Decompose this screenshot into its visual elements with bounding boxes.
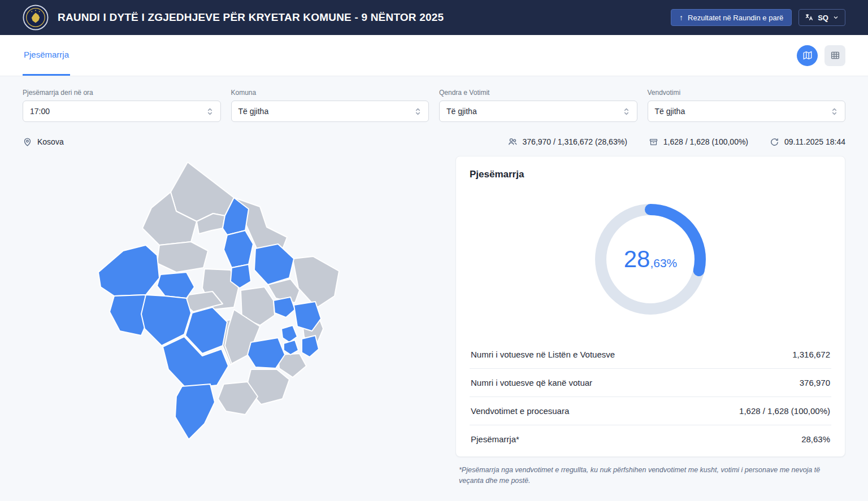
filter-label: Qendra e Votimit [439,89,637,97]
polling-station-select-value: Të gjitha [655,107,685,116]
stations-value: 1,628 / 1,628 (100,00%) [663,137,748,146]
tab-participation[interactable]: Pjesëmarrja [23,35,70,76]
map-icon [802,50,813,60]
municipality-shape[interactable] [248,338,285,368]
municipality-select-value: Të gjitha [238,107,269,116]
tab-bar: Pjesëmarrja [0,35,868,76]
first-round-results-label: Rezultatet në Raundin e parë [688,14,783,22]
voting-center-select[interactable]: Të gjitha [439,101,637,122]
stat-label: Numri i votuesve që kanë votuar [471,378,592,387]
filter-participation-hour: Pjesëmarrja deri në ora 17:00 [23,89,221,122]
municipality-shape[interactable] [157,272,194,298]
polling-station-select[interactable]: Të gjitha [648,101,846,122]
voting-center-select-value: Të gjitha [446,107,477,116]
table-icon [830,50,840,60]
select-stepper-icon [623,107,630,116]
language-selector[interactable]: SQ [798,9,845,26]
municipality-select[interactable]: Të gjitha [231,101,429,122]
kqz-logo [23,5,49,31]
percent-main: 28 [624,246,650,273]
card-title: Pjesëmarrja [470,169,831,180]
participation-card: Pjesëmarrja 28 ,63% Numri i votuesve në … [455,156,845,457]
table-view-button[interactable] [824,45,845,66]
stat-value: 1,628 / 1,628 (100,00%) [739,406,830,416]
ballot-box-icon [649,137,658,147]
filters-row: Pjesëmarrja deri në ora 17:00 Komuna Të … [0,76,868,122]
map-panel [23,156,444,486]
main-content: Pjesëmarrja 28 ,63% Numri i votuesve në … [0,147,868,486]
hour-select-value: 17:00 [30,107,50,116]
language-code: SQ [818,14,828,22]
municipality-shape[interactable] [171,162,234,221]
municipality-shape[interactable] [224,230,253,268]
municipality-shape[interactable] [157,242,208,272]
voters-value: 376,970 / 1,316,672 (28,63%) [523,137,627,146]
stat-row-processed: Vendvotimet e procesuara 1,628 / 1,628 (… [470,397,831,425]
hour-select[interactable]: 17:00 [23,101,221,122]
participation-donut-chart: 28 ,63% [588,197,713,321]
municipality-shape[interactable] [293,256,339,308]
stat-row-registered: Numri i votuesve në Listën e Votuesve 1,… [470,341,831,369]
kosovo-map[interactable] [92,159,351,447]
app-header: RAUNDI I DYTË I ZGJEDHJEVE PËR KRYETAR K… [0,0,868,35]
stat-row-voted: Numri i votuesve që kanë votuar 376,970 [470,369,831,397]
municipality-shape[interactable] [274,297,295,317]
voters-stat: 376,970 / 1,316,672 (28,63%) [507,137,627,147]
percent-decimals: ,63% [650,249,677,270]
stat-label: Pjesëmarrja* [471,434,519,444]
map-view-button[interactable] [797,45,818,66]
municipality-shape[interactable] [302,336,319,357]
status-bar: Kosova 376,970 / 1,316,672 (28,63%) 1,62… [0,122,868,147]
first-round-results-button[interactable]: ↑ Rezultatet në Raundin e parë [671,9,792,26]
stat-label: Vendvotimet e procesuara [471,406,569,416]
stat-row-participation: Pjesëmarrja* 28,63% [470,425,831,453]
stat-value: 1,316,672 [792,350,830,359]
stat-label: Numri i votuesve në Listën e Votuesve [471,350,615,359]
select-stepper-icon [831,107,838,116]
participation-footnote: *Pjesëmarrja nga vendvotimet e rregullta… [455,465,845,486]
translate-icon [805,13,814,22]
municipality-shape[interactable] [175,384,215,439]
last-updated: 09.11.2025 18:44 [770,137,845,147]
stations-stat: 1,628 / 1,628 (100,00%) [649,137,748,147]
location-indicator: Kosova [23,137,64,147]
updated-value: 09.11.2025 18:44 [784,137,845,146]
municipality-shape[interactable] [254,244,294,285]
select-stepper-icon [414,107,422,116]
page-title: RAUNDI I DYTË I ZGJEDHJEVE PËR KRYETAR K… [58,11,444,24]
filter-polling-station: Vendvotimi Të gjitha [648,89,846,122]
chevron-down-icon [832,14,839,21]
filter-label: Pjesëmarrja deri në ora [23,89,221,97]
up-arrow-icon: ↑ [679,13,683,22]
donut-center-label: 28 ,63% [588,197,713,321]
location-pin-icon [23,137,32,147]
select-stepper-icon [206,107,214,116]
location-name: Kosova [37,137,64,146]
filter-label: Vendvotimi [648,89,846,97]
municipality-shape[interactable] [98,245,159,296]
stat-value: 28,63% [801,434,830,444]
refresh-icon [770,137,779,147]
filter-label: Komuna [231,89,429,97]
stat-value: 376,970 [800,378,830,387]
municipality-shape[interactable] [284,340,298,355]
filter-voting-center: Qendra e Votimit Të gjitha [439,89,637,122]
filter-municipality: Komuna Të gjitha [231,89,429,122]
voters-icon [507,137,518,147]
